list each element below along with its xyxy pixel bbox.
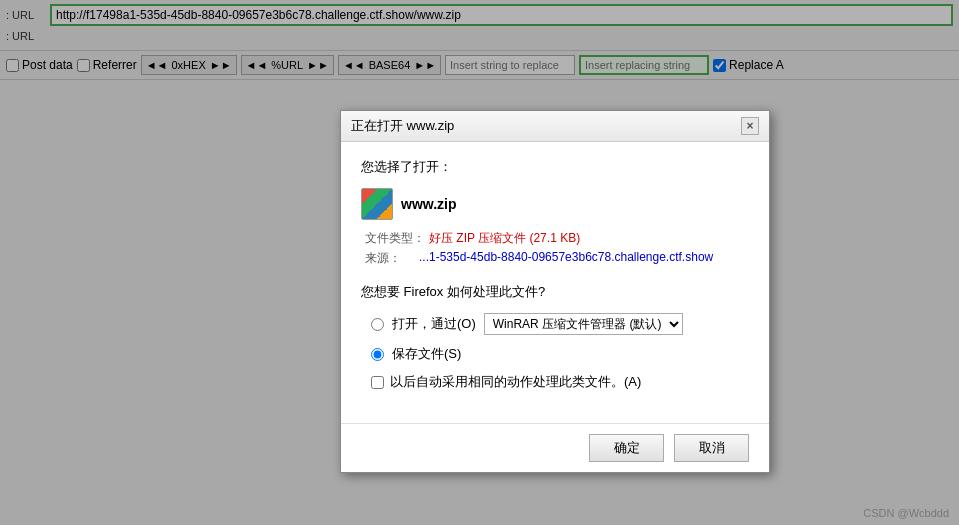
- question-text: 您想要 Firefox 如何处理此文件?: [361, 283, 749, 301]
- save-radio-row: 保存文件(S): [361, 345, 749, 363]
- source-row: 来源： ...1-535d-45db-8840-09657e3b6c78.cha…: [365, 250, 749, 267]
- file-name: www.zip: [401, 196, 456, 212]
- auto-checkbox-row: 以后自动采用相同的动作处理此类文件。(A): [361, 373, 749, 391]
- dialog-close-button[interactable]: ×: [741, 117, 759, 135]
- dialog-titlebar: 正在打开 www.zip ×: [341, 111, 769, 142]
- open-radio[interactable]: [371, 318, 384, 331]
- source-value: ...1-535d-45db-8840-09657e3b6c78.challen…: [419, 250, 713, 267]
- dialog-subtitle: 您选择了打开：: [361, 158, 749, 176]
- file-details: 文件类型： 好压 ZIP 压缩文件 (27.1 KB) 来源： ...1-535…: [361, 230, 749, 267]
- open-with-select-wrapper[interactable]: WinRAR 压缩文件管理器 (默认): [484, 313, 683, 335]
- file-open-dialog: 正在打开 www.zip × 您选择了打开： www.zip 文件类型： 好压 …: [340, 110, 770, 473]
- cancel-button[interactable]: 取消: [674, 434, 749, 462]
- dialog-buttons: 确定 取消: [341, 423, 769, 472]
- save-label: 保存文件(S): [392, 345, 461, 363]
- save-radio[interactable]: [371, 348, 384, 361]
- dialog-title: 正在打开 www.zip: [351, 117, 454, 135]
- file-type-value: 好压 ZIP 压缩文件 (27.1 KB): [429, 230, 580, 247]
- file-type-row: 文件类型： 好压 ZIP 压缩文件 (27.1 KB): [365, 230, 749, 247]
- file-info: www.zip: [361, 188, 749, 220]
- open-with-select[interactable]: WinRAR 压缩文件管理器 (默认): [485, 314, 682, 334]
- zip-icon: [361, 188, 393, 220]
- file-type-label: 文件类型：: [365, 230, 425, 247]
- open-radio-row: 打开，通过(O) WinRAR 压缩文件管理器 (默认): [361, 313, 749, 335]
- auto-checkbox[interactable]: [371, 376, 384, 389]
- open-label: 打开，通过(O): [392, 315, 476, 333]
- confirm-button[interactable]: 确定: [589, 434, 664, 462]
- source-label: 来源：: [365, 250, 415, 267]
- dialog-body: 您选择了打开： www.zip 文件类型： 好压 ZIP 压缩文件 (27.1 …: [341, 142, 769, 423]
- auto-label: 以后自动采用相同的动作处理此类文件。(A): [390, 373, 641, 391]
